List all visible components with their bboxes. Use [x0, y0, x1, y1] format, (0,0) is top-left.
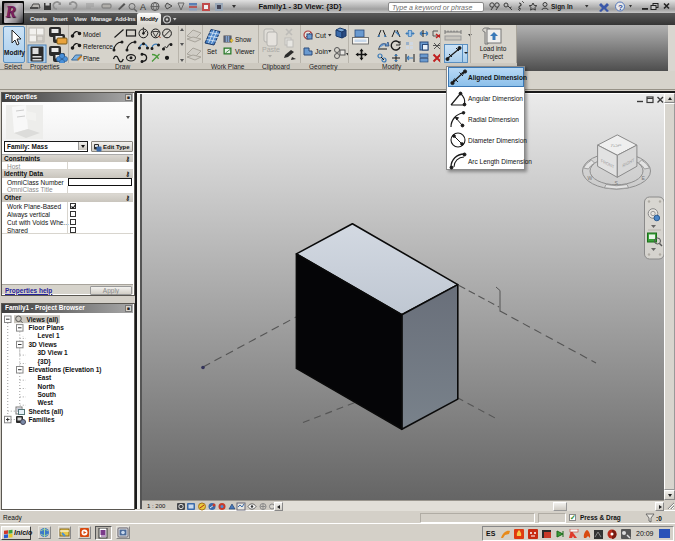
svg-text:Viewer: Viewer	[235, 48, 256, 55]
svg-text:East: East	[38, 374, 53, 381]
svg-text:Plane: Plane	[83, 55, 100, 62]
svg-text:A: A	[140, 2, 146, 12]
svg-text:Level 1: Level 1	[38, 332, 60, 339]
svg-text:Sign In: Sign In	[551, 3, 573, 11]
svg-text:3D Views: 3D Views	[29, 341, 58, 348]
svg-text:Cut: Cut	[315, 32, 326, 39]
svg-text:Show: Show	[235, 36, 252, 43]
svg-text:Set: Set	[207, 48, 217, 55]
svg-text:Families: Families	[29, 416, 55, 423]
svg-text:Model: Model	[83, 31, 101, 38]
svg-text:South: South	[38, 391, 56, 398]
svg-text:Paste: Paste	[262, 46, 280, 53]
svg-text:TOP: TOP	[609, 144, 622, 148]
svg-text:Reference: Reference	[83, 43, 113, 50]
svg-text::0: :0	[656, 515, 662, 522]
svg-text:{3D}: {3D}	[38, 358, 52, 366]
svg-text:Elevations (Elevation 1): Elevations (Elevation 1)	[29, 366, 102, 374]
svg-text:Join: Join	[315, 48, 328, 55]
svg-text:W: W	[588, 175, 593, 181]
svg-text:?: ?	[618, 3, 623, 12]
svg-text:3D View 1: 3D View 1	[38, 349, 69, 356]
svg-text:Sheets (all): Sheets (all)	[29, 408, 64, 416]
svg-text:West: West	[38, 399, 54, 406]
svg-text:Floor Plans: Floor Plans	[29, 324, 65, 331]
svg-text:Views (all): Views (all)	[27, 316, 59, 324]
svg-text:North: North	[38, 383, 55, 390]
